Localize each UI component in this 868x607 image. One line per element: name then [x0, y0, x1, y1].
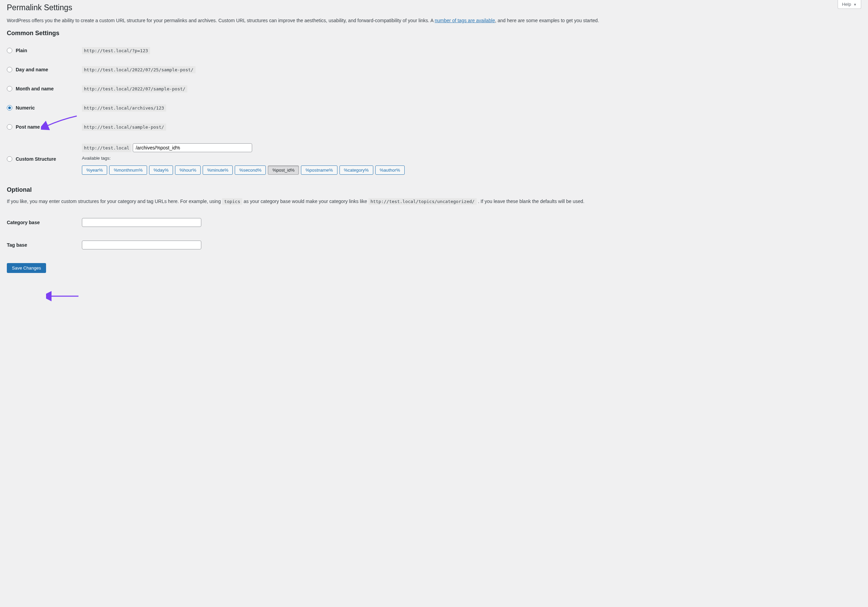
radio-day-name[interactable] [7, 67, 12, 72]
radio-plain[interactable] [7, 48, 12, 53]
chevron-down-icon: ▼ [853, 3, 857, 6]
common-settings-heading: Common Settings [7, 30, 861, 37]
radio-month-name[interactable] [7, 86, 12, 91]
tag-hour[interactable]: %hour% [175, 166, 201, 175]
radio-post-name[interactable] [7, 124, 12, 130]
optional-code2: http://test.local/topics/uncategorized/ [369, 198, 477, 205]
tag-base-row: Tag base [7, 234, 861, 256]
structure-label: Plain [16, 48, 27, 53]
structure-example: http://test.local/?p=123 [82, 47, 150, 54]
available-tags-label: Available tags: [82, 156, 858, 161]
structure-label: Custom Structure [16, 156, 56, 162]
common-settings-table: Plain http://test.local/?p=123 Day and n… [7, 41, 861, 181]
radio-label-post-name[interactable]: Post name [7, 124, 79, 130]
tag-minute[interactable]: %minute% [203, 166, 233, 175]
tag-category[interactable]: %category% [339, 166, 373, 175]
help-button[interactable]: Help ▼ [838, 0, 861, 9]
radio-label-numeric[interactable]: Numeric [7, 105, 79, 110]
optional-text3: . If you leave these blank the defaults … [477, 198, 584, 204]
tag-day[interactable]: %day% [149, 166, 173, 175]
structure-example: http://test.local/2022/07/sample-post/ [82, 85, 187, 93]
structure-row-custom: Custom Structure http://test.local Avail… [7, 136, 861, 181]
structure-label: Post name [16, 124, 40, 130]
optional-text1: If you like, you may enter custom struct… [7, 198, 222, 204]
optional-code1: topics [222, 198, 242, 205]
optional-heading: Optional [7, 186, 861, 194]
tags-available-link[interactable]: number of tags are available [435, 18, 495, 23]
category-base-label: Category base [7, 211, 82, 234]
radio-label-plain[interactable]: Plain [7, 48, 79, 53]
structure-label: Day and name [16, 67, 48, 72]
optional-text2: as your category base would make your ca… [242, 198, 369, 204]
optional-intro: If you like, you may enter custom struct… [7, 198, 861, 206]
structure-row-numeric: Numeric http://test.local/archives/123 [7, 98, 861, 118]
radio-label-custom[interactable]: Custom Structure [7, 156, 79, 162]
radio-numeric[interactable] [7, 105, 12, 110]
help-label: Help [842, 2, 851, 7]
tag-second[interactable]: %second% [235, 166, 266, 175]
structure-row-post-name: Post name http://test.local/sample-post/ [7, 118, 861, 136]
intro-text-after: , and here are some examples to get you … [495, 18, 599, 23]
structure-example: http://test.local/2022/07/25/sample-post… [82, 66, 195, 73]
tag-post-id[interactable]: %post_id% [268, 166, 299, 175]
page-title: Permalink Settings [7, 0, 861, 14]
radio-label-day-name[interactable]: Day and name [7, 67, 79, 72]
structure-example: http://test.local/sample-post/ [82, 124, 166, 131]
intro-text-before: WordPress offers you the ability to crea… [7, 18, 435, 23]
intro-paragraph: WordPress offers you the ability to crea… [7, 17, 861, 24]
structure-example: http://test.local/archives/123 [82, 104, 166, 111]
tag-buttons: %year% %monthnum% %day% %hour% %minute% … [82, 166, 858, 175]
tag-base-input[interactable] [82, 240, 201, 249]
category-base-row: Category base [7, 211, 861, 234]
structure-row-plain: Plain http://test.local/?p=123 [7, 41, 861, 60]
custom-prefix: http://test.local [82, 144, 131, 152]
tag-author[interactable]: %author% [375, 166, 405, 175]
radio-label-month-name[interactable]: Month and name [7, 86, 79, 91]
tag-postname[interactable]: %postname% [301, 166, 337, 175]
custom-structure-input[interactable] [133, 143, 252, 152]
structure-row-month-name: Month and name http://test.local/2022/07… [7, 79, 861, 98]
tag-year[interactable]: %year% [82, 166, 107, 175]
radio-custom[interactable] [7, 156, 12, 162]
category-base-input[interactable] [82, 218, 201, 227]
save-button[interactable]: Save Changes [7, 263, 46, 273]
structure-row-day-name: Day and name http://test.local/2022/07/2… [7, 60, 861, 79]
optional-table: Category base Tag base [7, 211, 861, 256]
structure-label: Numeric [16, 105, 35, 110]
tag-monthnum[interactable]: %monthnum% [109, 166, 147, 175]
tag-base-label: Tag base [7, 234, 82, 256]
structure-label: Month and name [16, 86, 54, 91]
